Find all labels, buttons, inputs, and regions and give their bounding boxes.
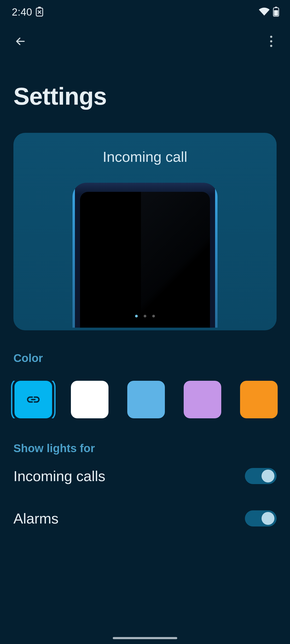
svg-point-7	[270, 45, 272, 47]
color-swatches[interactable]	[0, 381, 290, 418]
toggle-thumb	[262, 512, 274, 525]
phone-frame	[73, 183, 218, 328]
more-vert-icon	[270, 35, 273, 47]
toggle-incoming-calls[interactable]	[245, 468, 277, 484]
status-time: 2:40	[12, 6, 32, 18]
link-icon	[26, 392, 41, 407]
toggle-row-incoming-calls[interactable]: Incoming calls	[0, 455, 290, 497]
page-dot-2	[152, 315, 155, 317]
more-button[interactable]	[262, 32, 281, 51]
svg-point-6	[270, 40, 272, 42]
phone-mockup	[73, 183, 218, 328]
section-label-color: Color	[0, 352, 290, 365]
page-indicator	[135, 315, 155, 317]
battery-icon	[273, 6, 279, 18]
color-swatch-sky-blue[interactable]	[127, 381, 165, 418]
toggle-thumb	[262, 470, 274, 482]
svg-rect-4	[274, 10, 278, 16]
phone-screen	[80, 192, 210, 328]
svg-point-5	[270, 36, 272, 38]
arrow-left-icon	[14, 35, 27, 48]
toggle-label-alarms: Alarms	[13, 510, 59, 527]
app-bar	[0, 24, 290, 58]
toggle-row-alarms[interactable]: Alarms	[0, 497, 290, 540]
status-left: 2:40	[12, 6, 44, 18]
show-lights-section: Show lights for Incoming calls Alarms	[0, 442, 290, 540]
nav-handle[interactable]	[113, 637, 177, 639]
svg-rect-3	[275, 7, 277, 8]
phone-edge-left	[73, 186, 75, 328]
page-dot-1	[144, 315, 146, 317]
svg-rect-1	[38, 7, 41, 8]
status-right	[258, 6, 279, 18]
preview-card[interactable]: Incoming call	[13, 133, 277, 330]
toggle-label-incoming-calls: Incoming calls	[13, 468, 105, 484]
phone-edge-right	[215, 186, 218, 328]
page-dot-0	[135, 315, 138, 317]
page-title: Settings	[0, 58, 290, 126]
color-swatch-orange[interactable]	[240, 381, 278, 418]
color-swatch-white[interactable]	[71, 381, 108, 418]
color-swatch-link-accent[interactable]	[11, 381, 56, 418]
back-button[interactable]	[11, 32, 30, 51]
section-label-show-lights: Show lights for	[0, 442, 290, 455]
battery-saver-icon	[35, 6, 44, 18]
phone-screen-glare	[141, 192, 210, 328]
preview-title: Incoming call	[103, 148, 187, 165]
status-bar: 2:40	[0, 0, 290, 24]
color-swatch-lavender[interactable]	[184, 381, 221, 418]
wifi-icon	[258, 7, 270, 17]
toggle-alarms[interactable]	[245, 510, 277, 526]
